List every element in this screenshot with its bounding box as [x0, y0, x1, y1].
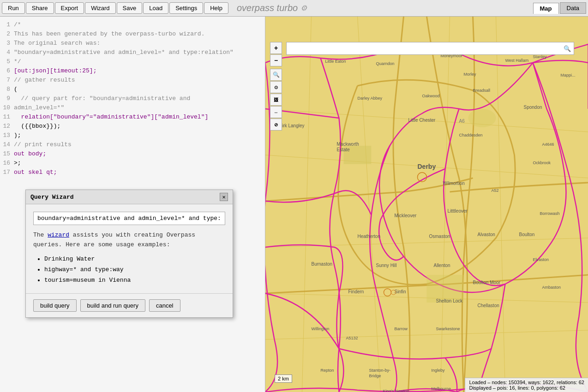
svg-text:Bridge: Bridge	[369, 374, 381, 378]
wizard-dialog: Query Wizard ✕ The wizard assists you wi…	[25, 190, 233, 318]
svg-text:Alvaston: Alvaston	[478, 232, 495, 237]
code-line-6: [out:json][timeout:25];	[14, 66, 261, 76]
svg-text:King's Newton: King's Newton	[383, 389, 409, 392]
wizard-header: Query Wizard ✕	[26, 190, 233, 204]
svg-text:Little Chester: Little Chester	[408, 118, 436, 123]
recenter-button[interactable]: ⊙	[270, 81, 282, 93]
svg-text:Willington: Willington	[312, 327, 330, 331]
code-line-7: // gather results	[14, 76, 261, 85]
code-area: 12345 678910 1112131415 1617 /* This has…	[0, 17, 265, 181]
wizard-close-button[interactable]: ✕	[220, 193, 228, 201]
map-search-input[interactable]	[289, 45, 564, 52]
svg-text:Chellaston: Chellaston	[478, 303, 499, 308]
cancel-button[interactable]: cancel	[149, 299, 180, 312]
svg-text:Allenton: Allenton	[434, 263, 450, 268]
zoom-in-button[interactable]: +	[270, 42, 282, 54]
build-query-button[interactable]: build query	[33, 299, 77, 312]
code-line-17: out skel qt;	[14, 168, 261, 177]
code-line-9: // query part for: "boundary=administrat…	[14, 94, 261, 103]
wizard-examples: Drinking Water highway=* and type:way to…	[33, 254, 225, 286]
svg-text:Melbourne: Melbourne	[432, 386, 451, 391]
code-line-2: This has been generated by the overpass-…	[14, 30, 261, 39]
arrow-button[interactable]: ↔	[270, 106, 282, 118]
app-title: overpass turbo ⚙	[237, 3, 307, 13]
code-line-4: "boundary=administrative and admin_level…	[14, 48, 261, 57]
settings-button[interactable]: Settings	[169, 2, 203, 14]
svg-text:Quarndon: Quarndon	[376, 61, 395, 66]
svg-text:Boulton: Boulton	[519, 232, 535, 237]
svg-text:Wilmortion: Wilmortion	[443, 181, 465, 186]
svg-text:Borrowash: Borrowash	[540, 211, 560, 216]
export-button[interactable]: Export	[55, 2, 84, 14]
code-line-1: /*	[14, 20, 261, 30]
svg-text:Darley Abbey: Darley Abbey	[358, 96, 383, 101]
wizard-example-1: Drinking Water	[44, 254, 225, 264]
wizard-link[interactable]: wizard	[48, 232, 69, 238]
wizard-example-2: highway=* and type:way	[44, 264, 225, 275]
code-line-11: relation["boundary"="administrative"]["a…	[14, 113, 261, 122]
map-tab[interactable]: Map	[533, 3, 559, 14]
svg-text:Shelton Lock: Shelton Lock	[436, 298, 463, 303]
map-panel[interactable]: Kirk Langley Mappi... Stanley Spondon A4…	[265, 17, 588, 392]
main-layout: 12345 678910 1112131415 1617 /* This has…	[0, 17, 588, 392]
code-line-13: );	[14, 131, 261, 140]
data-tab[interactable]: Data	[560, 2, 586, 14]
help-button[interactable]: Help	[204, 2, 228, 14]
svg-text:Morley: Morley	[464, 72, 477, 77]
svg-text:Burnaston: Burnaston	[312, 261, 333, 267]
svg-text:Mickleover: Mickleover	[395, 213, 417, 218]
svg-text:Ingleby: Ingleby	[432, 368, 445, 373]
wizard-title: Query Wizard	[30, 194, 74, 201]
svg-text:Derby: Derby	[418, 163, 436, 170]
svg-text:Spondon: Spondon	[524, 105, 542, 110]
svg-text:Chaddesden: Chaddesden	[459, 133, 483, 137]
share-button[interactable]: Share	[26, 2, 54, 14]
svg-text:Ockbrook: Ockbrook	[533, 160, 551, 165]
svg-text:Mappi...: Mappi...	[561, 73, 576, 77]
wizard-button[interactable]: Wizard	[85, 2, 115, 14]
code-line-14: // print results	[14, 140, 261, 149]
code-line-8: (	[14, 85, 261, 94]
svg-text:Swarkestone: Swarkestone	[436, 327, 460, 331]
wizard-desc-prefix: The	[33, 232, 48, 238]
svg-text:A52: A52	[492, 188, 499, 193]
svg-text:Boulton Moor: Boulton Moor	[473, 280, 501, 285]
wizard-body: The wizard assists you with creating Ove…	[26, 204, 233, 293]
svg-text:Sinfin: Sinfin	[395, 289, 406, 294]
status-bar: Loaded – nodes: 150394, ways: 1622, rela…	[465, 378, 588, 392]
wizard-query-input[interactable]	[33, 212, 225, 225]
scale-bar: 2 km	[275, 374, 292, 383]
search-map-button[interactable]: 🔍	[270, 69, 282, 81]
svg-rect-0	[265, 17, 588, 392]
map-svg: Kirk Langley Mappi... Stanley Spondon A4…	[265, 17, 588, 392]
map-controls: + − 🔍 ⊙ 🖼 ↔ ⊘	[270, 42, 282, 131]
clear-button[interactable]: ⊘	[270, 119, 282, 131]
image-button[interactable]: 🖼	[270, 94, 282, 106]
svg-text:West Hallam: West Hallam	[505, 58, 529, 63]
svg-text:Sunny Hill: Sunny Hill	[376, 263, 397, 268]
svg-text:Heatherton: Heatherton	[358, 234, 380, 239]
build-run-query-button[interactable]: build and run query	[80, 299, 145, 312]
svg-text:Findern: Findern	[348, 289, 364, 294]
code-line-5: */	[14, 57, 261, 66]
svg-text:A4646: A4646	[542, 142, 554, 147]
wizard-footer: build query build and run query cancel	[26, 293, 233, 317]
svg-text:A5132: A5132	[346, 336, 358, 340]
svg-text:Stanley: Stanley	[533, 54, 547, 59]
svg-text:Stanton-by-: Stanton-by-	[369, 368, 391, 373]
svg-point-12	[468, 109, 496, 127]
status-displayed: Displayed – pois: 16, lines: 0, polygons…	[469, 385, 584, 391]
wizard-example-3: tourism=museum in Vienna	[44, 275, 225, 285]
line-numbers: 12345 678910 1112131415 1617	[0, 20, 14, 177]
svg-text:Ambaston: Ambaston	[542, 285, 561, 290]
save-button[interactable]: Save	[117, 2, 143, 14]
svg-text:Breadsall: Breadsall	[473, 88, 491, 93]
svg-text:Oakwood: Oakwood	[422, 94, 440, 98]
zoom-out-button[interactable]: −	[270, 54, 282, 66]
svg-text:Kirk Langley: Kirk Langley	[279, 123, 305, 128]
svg-text:Little Eaton: Little Eaton	[325, 59, 346, 64]
run-button[interactable]: Run	[2, 2, 25, 14]
gear-icon: ⚙	[300, 4, 307, 12]
toolbar: Run Share Export Wizard Save Load Settin…	[0, 0, 588, 17]
load-button[interactable]: Load	[143, 2, 168, 14]
